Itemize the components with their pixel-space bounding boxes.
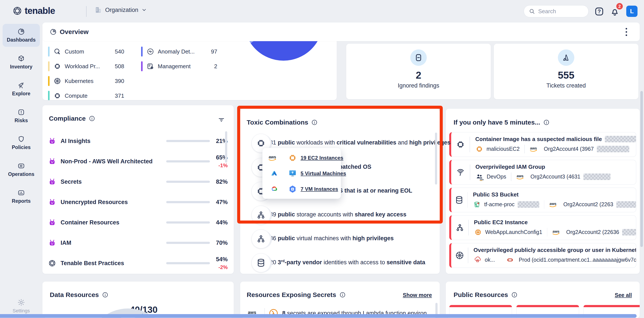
ignored-findings-value: 2 xyxy=(416,69,421,81)
overview-pie-icon xyxy=(50,28,57,35)
sidebar-item-label: Policies xyxy=(12,144,31,150)
legend-label: Anomaly Det... xyxy=(158,48,195,55)
compliance-name: Secrets xyxy=(60,178,82,185)
organization-icon xyxy=(94,6,102,14)
compliance-row[interactable]: Secrets82% xyxy=(48,172,227,192)
help-button[interactable]: ? xyxy=(594,7,604,17)
toxic-combination-text[interactable]: 20 3rd-party vendor identities with acce… xyxy=(270,259,425,266)
panel-icon xyxy=(146,62,154,70)
finding-card[interactable]: Overprivileged publicly accessible group… xyxy=(449,243,636,268)
show-more-link[interactable]: Show more xyxy=(403,292,432,298)
chip-icon xyxy=(54,62,61,70)
tickets-created-card: 555 Tickets created xyxy=(494,44,638,99)
search-input[interactable]: Search xyxy=(524,5,588,17)
chip-icon xyxy=(456,140,465,149)
info-icon[interactable] xyxy=(339,291,346,298)
toxic-combination-text[interactable]: 39 public storage accounts with shared k… xyxy=(270,211,406,218)
compliance-name: Tenable Best Practices xyxy=(60,260,124,267)
ignored-findings-label: Ignored findings xyxy=(398,82,439,89)
finding-card[interactable]: Overprivileged IAM GroupawsDevOpsawsOrg2… xyxy=(449,160,636,185)
compliance-row[interactable]: Container Resources44% xyxy=(48,212,227,233)
compliance-row[interactable]: AI Insights21% xyxy=(48,131,227,151)
sidebar-item-risks[interactable]: Risks xyxy=(2,104,40,127)
sidebar-item-label: Operations xyxy=(8,171,34,177)
info-icon[interactable] xyxy=(102,291,108,298)
ec2gear-icon xyxy=(474,228,482,236)
azure-logo-icon xyxy=(268,170,280,177)
compliance-delta: -1% xyxy=(200,162,228,169)
ignored-findings-icon xyxy=(414,53,423,62)
azurevm-icon xyxy=(288,169,297,178)
popup-resource-link[interactable]: 19 EC2 Instances xyxy=(300,155,343,161)
notification-badge: 2 xyxy=(616,3,623,10)
compliance-percent: 70% xyxy=(200,240,228,246)
search-placeholder: Search xyxy=(538,8,556,15)
svg-text:aws: aws xyxy=(517,174,524,178)
pie-icon xyxy=(18,28,25,35)
horizontal-scrollbar[interactable] xyxy=(0,314,637,318)
popup-resource-link[interactable]: 5 Virtual Machines xyxy=(300,170,346,177)
compliance-percent: 65% xyxy=(200,154,228,161)
sidebar-item-inventory[interactable]: Inventory xyxy=(2,51,40,74)
info-icon[interactable] xyxy=(511,291,518,298)
compliance-row[interactable]: Tenable Best Practices54%-2% xyxy=(48,253,227,273)
popup-resource-link-row[interactable]: aws19 EC2 Instances xyxy=(262,150,341,166)
aws-logo-icon: aws xyxy=(530,146,541,153)
avatar[interactable]: L xyxy=(626,6,638,17)
finding-card[interactable]: Container Image has a suspected maliciou… xyxy=(449,132,636,157)
sidebar-item-explore[interactable]: Explore xyxy=(2,78,40,101)
finding-card[interactable]: Public S3 Buckettf-acme-procawsOrg2Accou… xyxy=(449,188,636,212)
legend-value: 97 xyxy=(211,48,217,55)
legend-item: Workload Pr...508 xyxy=(48,59,124,74)
resources-exposing-secrets-card: Resources Exposing Secrets Show more aws… xyxy=(240,282,440,318)
organization-switcher[interactable]: Organization xyxy=(94,6,147,14)
toxic-combination-text[interactable]: 31 public workloads with critical vulner… xyxy=(270,139,450,146)
network-icon xyxy=(252,229,270,248)
compliance-row[interactable]: IAM70% xyxy=(48,233,227,253)
info-icon[interactable] xyxy=(89,115,95,122)
robot-icon xyxy=(48,218,56,227)
sidebar-item-reports[interactable]: Reports xyxy=(2,185,40,208)
network-icon xyxy=(455,223,464,232)
sidebar-item-dashboards[interactable]: Dashboards xyxy=(2,24,40,47)
finding-title: Overprivileged publicly accessible group… xyxy=(474,247,636,253)
toxic-combination-text[interactable]: patched OS xyxy=(339,164,371,170)
redacted-text xyxy=(616,201,636,208)
tenable-logo-text: tenable xyxy=(25,6,55,16)
data-resources-title: Data Resources xyxy=(50,291,99,298)
toxic-scrollbar-thumb[interactable] xyxy=(435,133,437,185)
compliance-scrollbar-thumb[interactable] xyxy=(225,131,227,163)
legend-color-bar xyxy=(48,91,50,100)
compliance-name: Unencrypted Resources xyxy=(60,199,128,206)
popup-resource-link-row[interactable]: 7 VM Instances xyxy=(262,181,341,197)
popup-resource-link-row[interactable]: 5 Virtual Machines xyxy=(262,166,341,181)
legend-value: 2 xyxy=(214,63,217,70)
kebab-menu-icon[interactable] xyxy=(622,27,631,37)
vertical-scrollbar-thumb[interactable] xyxy=(640,91,643,247)
tenable-icon xyxy=(48,259,56,267)
tenable-logo: tenable xyxy=(12,6,55,16)
sidebar-item-settings[interactable]: Settings xyxy=(0,298,42,314)
info-icon[interactable] xyxy=(311,119,318,126)
compliance-row[interactable]: Unencrypted Resources47% xyxy=(48,192,227,212)
cube-icon xyxy=(18,55,25,62)
compliance-row[interactable]: Non-Prod - AWS Well Architected65%-1% xyxy=(48,151,227,172)
sidebar-item-policies[interactable]: Policies xyxy=(2,131,40,154)
toxic-combination-text[interactable]: S that is at or nearing EOL xyxy=(339,187,412,194)
tickets-created-icon xyxy=(562,53,571,62)
toxic-combination-text[interactable]: 36 public virtual machines with high pri… xyxy=(270,235,394,242)
sidebar-item-label: Explore xyxy=(12,91,30,97)
sidebar-item-operations[interactable]: Operations xyxy=(2,158,40,181)
finding-account: Prod (ocid1.compartment.oc1..aaaaaaaajgw… xyxy=(519,257,636,263)
legend-value: 540 xyxy=(115,48,124,55)
popup-resource-link[interactable]: 7 VM Instances xyxy=(300,186,338,192)
pulse-icon xyxy=(146,48,154,56)
shield-icon xyxy=(18,135,25,143)
filter-icon[interactable] xyxy=(218,116,225,124)
chevron-down-icon xyxy=(141,7,147,13)
robot-icon xyxy=(48,198,56,206)
see-all-link[interactable]: See all xyxy=(615,292,632,298)
finding-card[interactable]: Public EC2 InstanceWebAppLaunchConfig1aw… xyxy=(449,215,636,240)
info-icon[interactable] xyxy=(543,119,550,126)
legend-label: Kubernetes xyxy=(65,78,94,85)
